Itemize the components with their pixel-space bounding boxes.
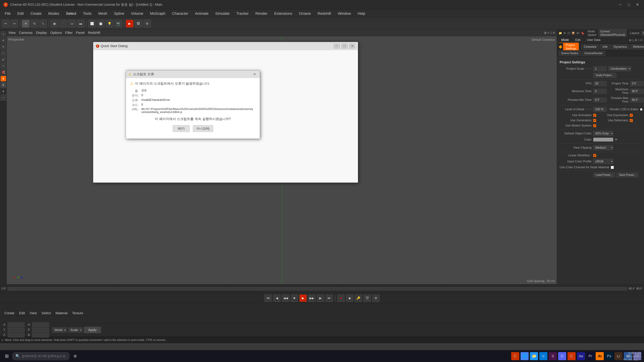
use-deformers-checkbox[interactable] — [630, 119, 633, 122]
viewport-menu-panel[interactable]: Panel — [76, 31, 84, 35]
y-input[interactable] — [8, 328, 24, 332]
taskbar-task-view[interactable]: ⊞ — [71, 352, 79, 360]
linear-workflow-checkbox[interactable] — [593, 154, 596, 157]
toolbar-render-settings[interactable]: ⚙ — [143, 20, 151, 27]
taskbar-app-edge[interactable]: e — [539, 352, 548, 360]
error-no-button[interactable]: 아니요(N) — [193, 125, 213, 132]
tool-knife[interactable]: ✂ — [0, 63, 6, 69]
use-motion-checkbox[interactable] — [593, 124, 596, 127]
start-button[interactable]: ⊞ — [3, 352, 11, 360]
tab-edit[interactable]: Edit — [572, 37, 583, 43]
taskbar-app-chrome[interactable]: 🌐 — [520, 352, 528, 360]
tab-scene-nodes[interactable]: Scene Nodes — [559, 51, 581, 56]
toolbar-render-view[interactable]: 🖼 — [134, 20, 142, 27]
menu-octane[interactable]: Octane — [296, 10, 314, 17]
menu-edit[interactable]: Edit — [14, 10, 27, 17]
use-generators-checkbox[interactable] — [593, 119, 596, 122]
transport-options[interactable]: ⚙ — [372, 295, 380, 302]
menu-simulate[interactable]: Simulate — [212, 10, 232, 17]
viewport-menu-redshift[interactable]: Redshift — [88, 31, 100, 35]
right-tags-icon[interactable]: 🏷 — [576, 32, 579, 35]
tab-referencing[interactable]: Referencing — [630, 44, 644, 49]
taskbar-app-discord[interactable]: D — [558, 352, 566, 360]
tool-scale[interactable]: ⤡ — [0, 50, 6, 56]
project-scale-unit[interactable]: Centimeters Meters Millimeters — [608, 66, 631, 71]
quickstart-maximize[interactable]: □ — [342, 44, 348, 48]
menu-create[interactable]: Create — [27, 10, 44, 17]
error-yes-button[interactable]: 예(Y) — [173, 125, 190, 132]
load-preset-button[interactable]: Load Preset... — [593, 173, 615, 177]
mat-menu-create[interactable]: Create — [3, 311, 16, 316]
sidebar-s1[interactable]: S — [0, 76, 6, 81]
menu-render[interactable]: Render — [252, 10, 270, 17]
toolbar-new-camera[interactable]: 📷 — [114, 20, 122, 27]
menu-tools[interactable]: Tools — [80, 10, 94, 17]
toolbar-scale[interactable]: ⤡ — [39, 20, 47, 27]
right-assets-icon[interactable]: 📦 — [572, 31, 575, 35]
viewport-menu-options[interactable]: Options — [50, 31, 62, 35]
scale-project-button[interactable]: Scale Project... — [593, 73, 616, 78]
tool-rotate[interactable]: ↻ — [0, 44, 6, 50]
transport-jump-end[interactable]: ⏭ — [326, 295, 333, 302]
tab-mode[interactable]: Mode — [559, 37, 572, 43]
transport-motion[interactable]: 🎬 — [364, 295, 371, 302]
tool-magnet[interactable]: 🧲 — [0, 69, 6, 75]
node-space-value[interactable]: Current (Standard/Physical) — [599, 29, 626, 37]
toolbar-rotate[interactable]: ↻ — [30, 20, 38, 27]
toolbar-move[interactable]: ✛ — [22, 20, 30, 27]
taskbar-app-pr[interactable]: Pr — [586, 352, 594, 360]
view-clipping-dropdown[interactable]: Medium Small Large — [593, 145, 613, 150]
tool-deform[interactable]: 〰 — [0, 95, 6, 100]
mat-menu-select[interactable]: Select — [40, 311, 53, 316]
h-input[interactable] — [32, 323, 49, 327]
mat-menu-edit[interactable]: Edit — [18, 311, 26, 316]
color-profile-dropdown[interactable]: sRGB Linear — [593, 159, 613, 164]
color-picker-icon[interactable]: ✏ — [615, 138, 618, 141]
minimize-button[interactable]: ─ — [617, 2, 623, 7]
close-button[interactable]: ✕ — [634, 2, 641, 7]
menu-mesh[interactable]: Mesh — [95, 10, 110, 17]
menu-window[interactable]: Window — [335, 10, 354, 17]
transport-play[interactable]: ▶ — [299, 295, 307, 302]
right-file-icon[interactable]: 📁 — [559, 31, 562, 35]
menu-character[interactable]: Character — [169, 10, 191, 17]
taskbar-app-cinema4d[interactable]: C — [511, 352, 519, 360]
toolbar-new-cube[interactable]: ⬜ — [88, 20, 96, 27]
viewport-menu-cameras[interactable]: Cameras — [19, 31, 32, 35]
color-swatch[interactable] — [593, 138, 613, 142]
tab-project-settings[interactable]: Project Settings — [563, 42, 579, 51]
tool-paint[interactable]: 🖌 — [0, 57, 6, 62]
viewport-menu-display[interactable]: Display — [36, 31, 47, 35]
toolbar-object[interactable]: ◉ — [51, 20, 58, 27]
transport-play-forward[interactable]: ▶▶ — [308, 295, 316, 302]
coord-space-dropdown[interactable]: World Local — [52, 328, 66, 333]
transport-autokey[interactable]: 🔑 — [355, 295, 362, 302]
b-input[interactable] — [32, 333, 49, 337]
toolbar-render[interactable]: ▶ — [126, 20, 134, 27]
toolbar-point[interactable]: · — [59, 20, 67, 27]
menu-animate[interactable]: Animate — [192, 10, 212, 17]
color-channel-checkbox[interactable] — [611, 166, 614, 169]
p-input[interactable] — [32, 328, 49, 332]
taskbar-search-bar[interactable]: 🔍 검색하려면 여기에 입력하십시오. — [12, 352, 70, 360]
transport-jump-start[interactable]: ⏮ — [264, 295, 272, 302]
taskbar-app-ae[interactable]: Ae — [577, 352, 585, 360]
quickstart-close[interactable]: ✕ — [349, 44, 355, 48]
menu-tracker[interactable]: Tracker — [233, 10, 252, 17]
transport-next-frame[interactable]: ▶ — [317, 295, 324, 302]
tab-cineware[interactable]: Cineware — [581, 44, 599, 49]
viewport-menu-view[interactable]: View — [8, 31, 16, 35]
transport-play-reverse[interactable]: ◀◀ — [282, 295, 289, 302]
tab-userdata[interactable]: User Data — [584, 37, 603, 43]
layout-value[interactable]: Startup — [642, 31, 644, 35]
use-animation-checkbox[interactable] — [593, 114, 596, 117]
project-scale-input[interactable] — [593, 66, 606, 71]
toolbar-edge[interactable]: ▭ — [68, 20, 76, 27]
render-lod-checkbox[interactable] — [640, 108, 642, 111]
min-time-input[interactable] — [593, 89, 606, 94]
tab-octane-render[interactable]: OctaneRender — [582, 51, 606, 56]
fps-input[interactable] — [593, 81, 606, 86]
right-node-icon[interactable]: ⬡ — [568, 31, 570, 35]
sidebar-s2[interactable]: S — [0, 82, 6, 88]
toolbar-new-light[interactable]: 💡 — [106, 20, 113, 27]
